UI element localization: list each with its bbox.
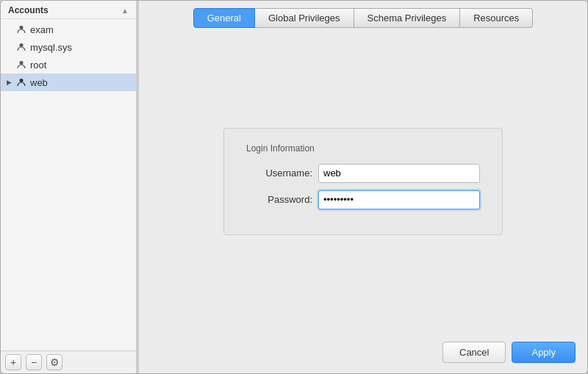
- sidebar-footer: + − ⚙: [1, 350, 136, 373]
- username-input[interactable]: [318, 164, 480, 183]
- add-icon: +: [10, 356, 16, 368]
- user-icon-web: [15, 76, 27, 88]
- sidebar-item-label: web: [30, 77, 48, 88]
- svg-point-2: [20, 61, 24, 65]
- sidebar-item-label: mysql.sys: [30, 42, 72, 53]
- svg-point-3: [20, 79, 24, 82]
- tab-general[interactable]: General: [193, 8, 255, 28]
- login-form-section: Login Information Username: Password:: [223, 128, 503, 235]
- password-row: Password:: [246, 190, 480, 209]
- arrow-icon: ▶: [7, 79, 15, 86]
- password-label: Password:: [246, 194, 312, 205]
- svg-point-0: [20, 26, 24, 29]
- tab-global-privileges[interactable]: Global Privileges: [255, 8, 354, 28]
- sidebar-header: Accounts ▲: [1, 1, 136, 19]
- apply-button[interactable]: Apply: [512, 342, 576, 363]
- sidebar-item-root[interactable]: root: [1, 56, 136, 73]
- minus-icon: −: [31, 356, 37, 368]
- sidebar-item-label: root: [30, 60, 46, 71]
- user-icon-exam: [15, 24, 27, 35]
- tabs-bar: General Global Privileges Schema Privile…: [139, 1, 587, 28]
- main-window: Accounts ▲ exam: [0, 0, 588, 374]
- sidebar: Accounts ▲ exam: [1, 1, 137, 373]
- remove-account-button[interactable]: −: [26, 354, 42, 370]
- add-account-button[interactable]: +: [5, 354, 21, 370]
- accounts-list: exam mysql.sys: [1, 19, 136, 350]
- password-input[interactable]: [318, 190, 480, 209]
- tab-resources[interactable]: Resources: [460, 8, 533, 28]
- main-content: Accounts ▲ exam: [1, 1, 587, 373]
- right-panel: General Global Privileges Schema Privile…: [139, 1, 587, 373]
- arrow-icon: [7, 26, 15, 33]
- expand-icon: ▲: [121, 7, 129, 15]
- username-row: Username:: [246, 164, 480, 183]
- sidebar-title: Accounts: [8, 5, 49, 15]
- svg-point-1: [20, 43, 24, 47]
- gear-icon: ⚙: [50, 356, 60, 368]
- user-icon-root: [15, 59, 27, 71]
- account-settings-button[interactable]: ⚙: [46, 354, 62, 370]
- sidebar-item-web[interactable]: ▶ web: [1, 73, 136, 91]
- content-area: Login Information Username: Password:: [139, 28, 587, 334]
- arrow-icon: [7, 61, 15, 68]
- bottom-bar: Cancel Apply: [139, 334, 587, 373]
- cancel-button[interactable]: Cancel: [442, 342, 506, 363]
- sidebar-item-exam[interactable]: exam: [1, 21, 136, 38]
- username-label: Username:: [246, 168, 312, 179]
- sidebar-item-mysql-sys[interactable]: mysql.sys: [1, 38, 136, 56]
- tab-schema-privileges[interactable]: Schema Privileges: [354, 8, 461, 28]
- user-icon-mysql-sys: [15, 41, 27, 53]
- sidebar-item-label: exam: [30, 24, 54, 35]
- arrow-icon: [7, 43, 15, 51]
- form-section-title: Login Information: [246, 143, 480, 154]
